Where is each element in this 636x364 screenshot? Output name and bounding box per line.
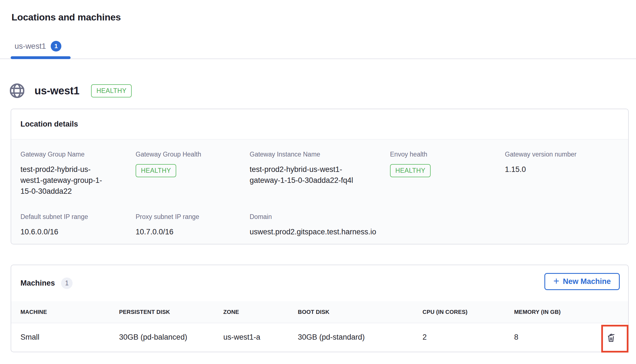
field-label: Gateway Instance Name <box>250 151 390 158</box>
machines-count-badge: 1 <box>61 277 73 289</box>
column-header-boot-disk: BOOT DISK <box>298 309 423 315</box>
field-gateway-group-name: Gateway Group Name test-prod2-hybrid-us-… <box>20 151 136 197</box>
cell-zone: us-west1-a <box>223 333 298 342</box>
field-envoy-health: Envoy health HEALTHY <box>390 151 505 197</box>
tabbar-divider <box>0 59 636 59</box>
field-gateway-instance-name: Gateway Instance Name test-prod2-hybrid-… <box>250 151 390 197</box>
delete-machine-button[interactable] <box>603 329 619 346</box>
field-label: Gateway version number <box>505 151 628 158</box>
field-label: Default subnet IP range <box>20 213 136 221</box>
tab-us-west1[interactable]: us-west1 1 <box>15 41 61 52</box>
field-label: Gateway Group Health <box>136 151 250 158</box>
cell-persistent-disk: 30GB (pd-balanced) <box>119 333 223 342</box>
column-header-zone: ZONE <box>223 309 298 315</box>
field-value: test-prod2-hybrid-us-west1-gateway-1-15-… <box>250 164 369 186</box>
cell-cpu: 2 <box>423 333 514 342</box>
location-status-badge: HEALTHY <box>91 84 132 97</box>
field-value: 10.7.0.0/16 <box>136 227 250 237</box>
field-value: 10.6.0.0/16 <box>20 227 136 237</box>
column-header-cpu: CPU (IN CORES) <box>423 309 514 315</box>
column-header-machine: MACHINE <box>20 309 119 315</box>
field-label: Envoy health <box>390 151 505 158</box>
new-machine-button[interactable]: + New Machine <box>544 273 620 290</box>
field-gateway-group-health: Gateway Group Health HEALTHY <box>136 151 250 197</box>
cell-machine: Small <box>20 333 119 342</box>
field-value: test-prod2-hybrid-us-west1-gateway-group… <box>20 164 110 197</box>
field-gateway-version: Gateway version number 1.15.0 <box>505 151 628 197</box>
tab-count-badge: 1 <box>51 41 61 52</box>
machines-title: Machines <box>20 279 55 288</box>
active-tab-indicator <box>11 56 71 59</box>
location-details-fields: Gateway Group Name test-prod2-hybrid-us-… <box>11 139 628 244</box>
location-name: us-west1 <box>34 85 79 97</box>
machines-header: Machines 1 + New Machine <box>11 265 628 301</box>
field-default-subnet: Default subnet IP range 10.6.0.0/16 <box>20 213 136 237</box>
field-label: Domain <box>250 213 390 221</box>
gateway-group-health-badge: HEALTHY <box>136 164 176 177</box>
globe-icon <box>9 83 25 99</box>
trash-icon <box>605 332 617 343</box>
new-machine-button-label: New Machine <box>563 277 611 286</box>
page-title: Locations and machines <box>11 12 121 23</box>
machines-table-header: MACHINE PERSISTENT DISK ZONE BOOT DISK C… <box>11 301 628 323</box>
location-details-card: Location details Gateway Group Name test… <box>11 109 629 244</box>
location-header: us-west1 HEALTHY <box>9 83 132 99</box>
column-header-memory: MEMORY (IN GB) <box>514 309 628 315</box>
envoy-health-badge: HEALTHY <box>390 164 431 177</box>
field-label: Gateway Group Name <box>20 151 136 158</box>
machines-card: Machines 1 + New Machine MACHINE PERSIST… <box>11 265 629 352</box>
field-value: uswest.prod2.gitspace.test.harness.io <box>250 227 390 237</box>
table-row: Small 30GB (pd-balanced) us-west1-a 30GB… <box>11 323 628 351</box>
field-domain: Domain uswest.prod2.gitspace.test.harnes… <box>250 213 390 237</box>
column-header-persistent-disk: PERSISTENT DISK <box>119 309 223 315</box>
tab-label: us-west1 <box>15 42 46 51</box>
locations-and-machines-page: Locations and machines us-west1 1 us-wes… <box>0 0 636 364</box>
location-details-title: Location details <box>11 109 628 139</box>
field-value: 1.15.0 <box>505 164 628 175</box>
cell-boot-disk: 30GB (pd-standard) <box>298 333 423 342</box>
field-proxy-subnet: Proxy subnet IP range 10.7.0.0/16 <box>136 213 250 237</box>
field-label: Proxy subnet IP range <box>136 213 250 221</box>
plus-icon: + <box>553 276 559 286</box>
